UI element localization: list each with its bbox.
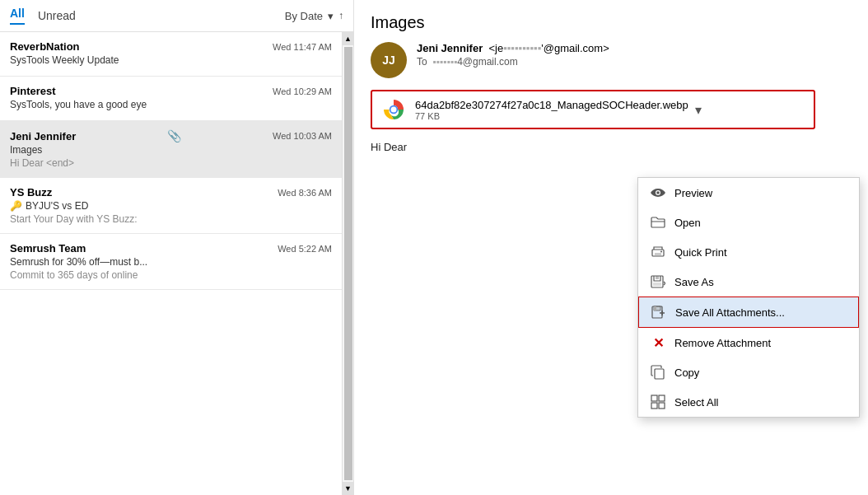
sort-control[interactable]: By Date ▾ ↑ [285,10,343,22]
print-icon [650,244,666,260]
scrollbar[interactable]: ▲ ▼ [342,32,353,495]
to-line: To ▪▪▪▪▪▪▪4@gmail.com [417,56,852,68]
email-sender-1: ReverbNation [10,40,80,53]
scroll-up-button[interactable]: ▲ [343,32,354,45]
context-menu: Preview Open Quick Print [637,177,860,418]
email-subject-4: 🔑 BYJU'S vs ED [10,200,332,212]
svg-rect-15 [651,403,657,409]
sender-name-email: Jeni Jennifer <je▪▪▪▪▪▪▪▪▪▪'@gmail.com> [417,42,852,54]
sort-arrow-icon[interactable]: ↑ [338,10,343,21]
svg-rect-14 [659,395,665,401]
attachment-bar[interactable]: 64da2bf82e307274f27a0c18_ManagedSOCHeade… [371,90,815,129]
attachment-icon: 📎 [167,129,181,142]
context-menu-item-save-as[interactable]: Save As [638,267,859,297]
context-menu-label-quick-print: Quick Print [674,246,847,259]
email-time-1: Wed 11:47 AM [273,42,332,52]
svg-point-2 [391,107,397,113]
sender-name: Jeni Jennifer [417,42,483,54]
to-email: 4@gmail.com [457,56,518,68]
tab-unread[interactable]: Unread [38,9,76,22]
preview-icon [650,184,666,201]
email-time-5: Wed 5:22 AM [278,244,332,254]
context-menu-item-copy[interactable]: Copy [638,357,859,387]
email-meta: JJ Jeni Jennifer <je▪▪▪▪▪▪▪▪▪▪'@gmail.co… [371,42,852,78]
list-header: All Unread By Date ▾ ↑ [0,0,353,32]
scroll-down-button[interactable]: ▼ [343,482,354,495]
copy-icon [650,364,666,381]
email-sender-2: Pinterest [10,85,56,97]
email-subject-1: SysTools Weekly Update [10,54,332,66]
context-menu-label-select-all: Select All [674,396,847,409]
email-sender-5: Semrush Team [10,242,86,255]
email-detail-title: Images [371,13,852,32]
svg-rect-8 [653,283,661,286]
email-item-1[interactable]: ReverbNation Wed 11:47 AM SysTools Weekl… [0,32,342,77]
context-menu-label-open: Open [674,217,847,229]
svg-rect-4 [655,253,661,255]
email-items-inner: ReverbNation Wed 11:47 AM SysTools Weekl… [0,32,342,495]
email-item-3[interactable]: Jeni Jennifer 📎 Wed 10:03 AM Images Hi D… [0,121,342,178]
context-menu-label-copy: Copy [674,367,847,379]
email-body: Hi Dear [371,141,852,153]
email-item-header-3: Jeni Jennifer 📎 Wed 10:03 AM [10,129,332,142]
remove-icon: ✕ [650,334,666,351]
email-item-header-5: Semrush Team Wed 5:22 AM [10,242,332,255]
chrome-icon [380,96,407,123]
email-time-4: Wed 8:36 AM [278,188,332,198]
avatar: JJ [371,42,407,78]
save-all-icon [651,304,667,320]
context-menu-item-quick-print[interactable]: Quick Print [638,237,859,267]
context-menu-label-preview: Preview [674,187,847,199]
attachment-size: 77 KB [415,111,688,121]
email-item-4[interactable]: YS Buzz Wed 8:36 AM 🔑 BYJU'S vs ED Start… [0,178,342,234]
email-item-2[interactable]: Pinterest Wed 10:29 AM SysTools, you hav… [0,77,342,121]
sender-info: Jeni Jennifer <je▪▪▪▪▪▪▪▪▪▪'@gmail.com> … [417,42,852,68]
email-item-header-4: YS Buzz Wed 8:36 AM [10,186,332,198]
attachment-info: 64da2bf82e307274f27a0c18_ManagedSOCHeade… [415,99,688,121]
email-items: ReverbNation Wed 11:47 AM SysTools Weekl… [0,32,353,495]
email-subject-5: Semrush for 30% off—must b... [10,256,332,268]
svg-rect-16 [659,403,665,409]
svg-rect-13 [651,395,657,401]
email-subject-3: Images [10,144,332,156]
context-menu-item-select-all[interactable]: Select All [638,387,859,417]
open-folder-icon [650,214,666,231]
email-body-text: Hi Dear [371,141,407,153]
context-menu-label-save-all: Save All Attachments... [675,306,847,319]
svg-rect-11 [654,306,656,311]
email-preview-3: Hi Dear <end> [10,157,332,169]
attachment-filename: 64da2bf82e307274f27a0c18_ManagedSOCHeade… [415,99,688,111]
context-menu-item-preview[interactable]: Preview [638,178,859,208]
email-item-header-2: Pinterest Wed 10:29 AM [10,85,332,97]
email-preview-5: Commit to 365 days of online [10,269,332,281]
select-all-icon [650,394,666,410]
svg-point-5 [660,251,662,253]
to-label: To [417,56,427,68]
email-time-2: Wed 10:29 AM [273,86,332,96]
context-menu-label-remove: Remove Attachment [674,337,847,349]
sender-email-obfuscated: ▪▪▪▪▪▪▪▪▪▪ [503,42,541,54]
context-menu-item-open[interactable]: Open [638,208,859,237]
svg-rect-7 [656,276,659,279]
email-item-5[interactable]: Semrush Team Wed 5:22 AM Semrush for 30%… [0,234,342,290]
email-detail-panel: Images JJ Jeni Jennifer <je▪▪▪▪▪▪▪▪▪▪'@g… [354,0,868,495]
context-menu-item-remove[interactable]: ✕ Remove Attachment [638,328,859,357]
email-sender-3: Jeni Jennifer [10,130,76,142]
attachment-chevron-icon[interactable]: ▾ [695,102,702,118]
context-menu-item-save-all[interactable]: Save All Attachments... [638,297,859,328]
sort-label: By Date [285,10,323,22]
email-sender-4: YS Buzz [10,186,52,198]
email-subject-2: SysTools, you have a good eye [10,99,332,110]
email-list-panel: All Unread By Date ▾ ↑ ReverbNation Wed … [0,0,354,495]
context-menu-label-save-as: Save As [674,276,847,288]
save-as-icon [650,273,666,290]
email-item-header-1: ReverbNation Wed 11:47 AM [10,40,332,53]
chevron-down-icon: ▾ [328,10,334,22]
email-preview-4: Start Your Day with YS Buzz: [10,213,332,225]
email-time-3: Wed 10:03 AM [273,131,332,141]
sender-email-domain: '@gmail.com> [541,42,609,54]
to-email-obfuscated: ▪▪▪▪▪▪▪ [432,56,457,68]
tab-all[interactable]: All [10,7,25,25]
sender-email-partial: <je [488,42,503,54]
svg-rect-12 [655,369,664,379]
